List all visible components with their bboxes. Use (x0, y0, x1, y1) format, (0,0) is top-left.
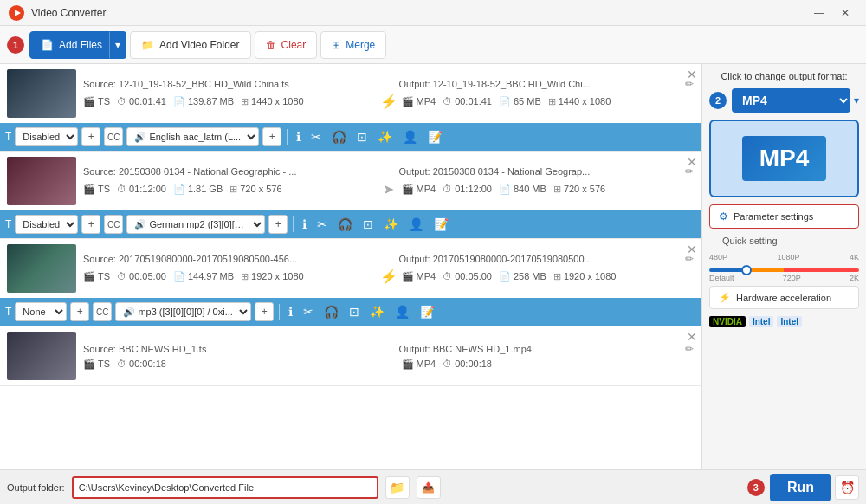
merge-button[interactable]: ⊞ Merge (320, 31, 386, 59)
cut-icon-1[interactable]: ✂ (307, 128, 325, 145)
file-item-4: Source: BBC NEWS HD_1.ts Output: BBC NEW… (0, 326, 701, 386)
out-size-2: 📄 840 MB (499, 184, 546, 195)
arrow-2: ➤ (376, 181, 402, 197)
subtitle-edit-icon-2[interactable]: 📝 (430, 216, 452, 233)
nvidia-logo: NVIDIA (709, 316, 746, 327)
add-audio-button-1[interactable]: + (262, 127, 281, 146)
add-subtitle-button-1[interactable]: + (81, 127, 100, 146)
audio-icon-3[interactable]: 🎧 (320, 303, 342, 320)
file-row-1: Source: 12-10_19-18-52_BBC HD_Wild China… (0, 64, 701, 123)
info-icon-3[interactable]: ℹ (285, 303, 296, 320)
quality-track[interactable] (709, 268, 859, 272)
format-dropdown-icon[interactable]: ▾ (854, 94, 859, 107)
schedule-button[interactable]: ⏰ (835, 475, 859, 500)
quality-slider-container: 480P 1080P 4K Default 720P 2K (709, 253, 859, 279)
audio-icon-1[interactable]: 🎧 (328, 128, 350, 145)
audio-icon-2[interactable]: 🎧 (334, 216, 356, 233)
close-file-3-button[interactable]: ✕ (687, 242, 697, 256)
out-clock-icon-1: ⏱ (443, 96, 452, 107)
titlebar: Video Converter — ✕ (0, 0, 866, 26)
out-file-icon-1: 📄 (499, 96, 511, 107)
add-audio-button-2[interactable]: + (268, 215, 288, 234)
effects-icon-3[interactable]: ✨ (366, 303, 388, 320)
subtitle-edit-icon-1[interactable]: 📝 (424, 128, 446, 145)
audio-select-2[interactable]: 🔊 German mp2 ([3][0][0... (126, 215, 265, 234)
quality-thumb[interactable] (741, 265, 752, 275)
file-info-2: Source: 20150308 0134 - National Geograp… (83, 165, 694, 197)
minimize-button[interactable]: — (807, 4, 831, 22)
out-duration-2: ⏱ 01:12:00 (443, 184, 492, 194)
add-files-dropdown-button[interactable]: ▾ (109, 31, 126, 59)
out-format-1: 🎬 MP4 (402, 96, 436, 107)
subtitle-select-3[interactable]: None (15, 302, 67, 321)
format-preview[interactable]: MP4 (709, 120, 859, 197)
output-path-input[interactable] (72, 476, 378, 499)
file-info-3: Source: 20170519080000-20170519080500-45… (83, 253, 694, 285)
src-duration-1: ⏱ 00:01:41 (117, 96, 166, 107)
clear-icon: 🗑 (266, 39, 276, 51)
subtitle-edit-icon-3[interactable]: 📝 (417, 303, 438, 320)
close-file-1-button[interactable]: ✕ (687, 68, 697, 81)
file-item-1: Source: 12-10_19-18-52_BBC HD_Wild China… (0, 64, 701, 152)
titlebar-left: Video Converter (9, 5, 107, 21)
watermark-icon-1[interactable]: 👤 (399, 128, 421, 145)
src-size-2: 📄 1.81 GB (173, 184, 223, 195)
close-file-2-button[interactable]: ✕ (687, 155, 697, 169)
add-video-folder-button[interactable]: 📁 Add Video Folder (130, 31, 251, 59)
run-button[interactable]: Run (770, 474, 831, 501)
effects-icon-1[interactable]: ✨ (374, 128, 396, 145)
crop-icon-3[interactable]: ⊡ (346, 303, 363, 320)
info-icon-1[interactable]: ℹ (293, 128, 304, 145)
subtitle-select-2[interactable]: Disabled (15, 215, 78, 234)
step-1-badge: 1 (7, 36, 24, 54)
sep-1 (287, 129, 288, 145)
sep-3 (279, 304, 280, 320)
hardware-acceleration-button[interactable]: ⚡ Hardware acceleration (709, 286, 859, 309)
parameter-settings-button[interactable]: ⚙ Parameter settings (709, 204, 859, 229)
clear-button[interactable]: 🗑 Clear (255, 31, 318, 59)
meta-right-3: 🎬 MP4 ⏱ 00:05:00 📄 258 MB (402, 271, 695, 282)
output-label-3: Output: 20170519080000-20170519080500... (399, 254, 682, 264)
file-meta-row-2: 🎬 TS ⏱ 01:12:00 📄 1.81 GB (83, 181, 694, 197)
file-item-3: Source: 20170519080000-20170519080500-45… (0, 239, 701, 326)
cut-icon-3[interactable]: ✂ (300, 303, 317, 320)
cut-icon-2[interactable]: ✂ (313, 216, 331, 233)
crop-icon-1[interactable]: ⊡ (353, 128, 371, 145)
add-subtitle-button-2[interactable]: + (81, 215, 100, 234)
add-subtitle-button-3[interactable]: + (70, 302, 89, 321)
edit-output-4-icon[interactable]: ✏ (685, 343, 694, 355)
gpu-vendor-row: NVIDIA Intel Intel (709, 316, 859, 327)
add-files-button[interactable]: 📄 Add Files (29, 31, 113, 59)
subtitle-select-1[interactable]: Disabled (15, 127, 78, 146)
add-files-wrap: 📄 Add Files ▾ (29, 31, 126, 59)
out-res-icon-1: ⊞ (548, 96, 556, 107)
intel-logo-1: Intel (749, 316, 774, 327)
audio-select-1[interactable]: 🔊 English aac_latm (L... (126, 127, 259, 146)
out-res-3: ⊞ 1920 x 1080 (553, 271, 617, 282)
cc-button-2[interactable]: CC (104, 215, 123, 234)
file-source-row-4: Source: BBC NEWS HD_1.ts Output: BBC NEW… (83, 343, 694, 355)
cc-button-3[interactable]: CC (93, 302, 112, 321)
source-label-2: Source: 20150308 0134 - National Geograp… (83, 166, 366, 177)
watermark-icon-3[interactable]: 👤 (391, 303, 413, 320)
browse-folder-button[interactable]: 📁 (385, 476, 410, 499)
format-select-dropdown[interactable]: MP4 (732, 88, 850, 113)
close-button[interactable]: ✕ (833, 4, 857, 22)
step-2-badge: 2 (709, 92, 727, 109)
right-panel: Click to change output format: 2 MP4 ▾ M… (701, 64, 866, 469)
cc-button-1[interactable]: CC (104, 127, 123, 146)
watermark-icon-2[interactable]: 👤 (405, 216, 427, 233)
quality-bottom-labels: Default 720P 2K (709, 274, 859, 282)
close-file-4-button[interactable]: ✕ (687, 330, 697, 344)
add-audio-button-3[interactable]: + (255, 302, 274, 321)
meta-right-1: 🎬 MP4 ⏱ 00:01:41 📄 65 MB (402, 96, 695, 107)
output-label-2: Output: 20150308 0134 - National Geograp… (399, 166, 682, 177)
file-meta-row-4: 🎬 TS ⏱ 00:00:18 🎬 M (83, 359, 694, 370)
effects-icon-2[interactable]: ✨ (380, 216, 402, 233)
param-settings-icon: ⚙ (719, 210, 728, 223)
info-icon-2[interactable]: ℹ (299, 216, 310, 233)
export-button[interactable]: 📤 (417, 476, 441, 499)
thumbnail-1 (7, 69, 76, 118)
crop-icon-2[interactable]: ⊡ (359, 216, 377, 233)
audio-select-3[interactable]: 🔊 mp3 ([3][0][0][0] / 0xi... (115, 302, 251, 321)
